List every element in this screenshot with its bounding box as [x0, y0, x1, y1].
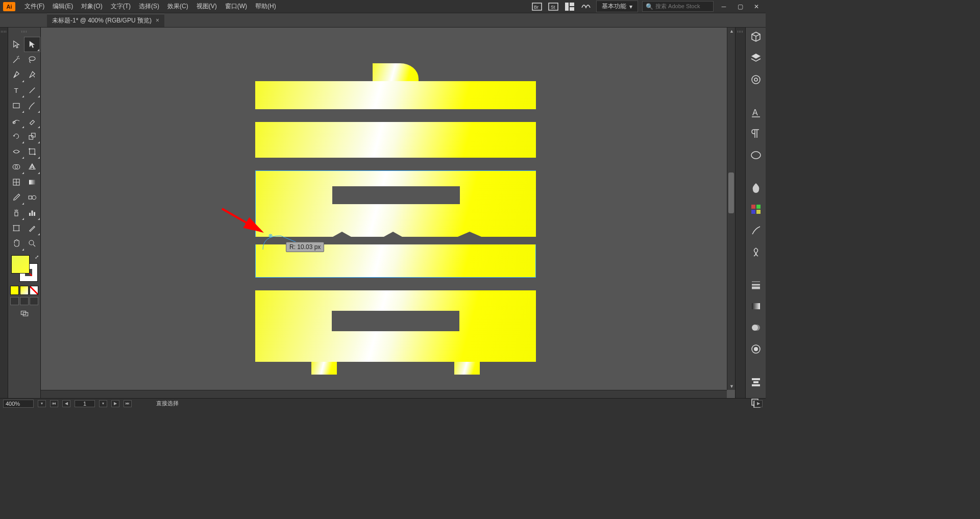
close-tab-icon[interactable]: × — [156, 17, 159, 24]
fill-stroke-swatches[interactable]: ⤢ — [10, 254, 39, 283]
free-transform-tool[interactable] — [24, 144, 41, 159]
right-dock-grip-icon[interactable] — [738, 31, 744, 33]
type-tool[interactable]: T — [8, 83, 24, 98]
last-artboard-icon[interactable]: ⏭ — [124, 400, 132, 407]
appearance-icon[interactable] — [750, 343, 762, 355]
rotate-tool[interactable] — [8, 129, 24, 144]
magic-wand-tool[interactable] — [8, 52, 24, 67]
symbol-sprayer-tool[interactable] — [8, 205, 24, 220]
opentype-icon[interactable] — [750, 149, 762, 161]
menu-object[interactable]: 对象(O) — [77, 2, 106, 11]
svg-line-9 — [30, 88, 35, 93]
color-mode-gradient[interactable] — [20, 286, 29, 295]
paintbrush-tool[interactable] — [24, 98, 41, 113]
rectangle-tool[interactable] — [8, 98, 24, 113]
window-minimize-icon[interactable]: ─ — [718, 2, 730, 12]
color-icon[interactable] — [750, 182, 762, 194]
horizontal-scrollbar[interactable] — [41, 390, 727, 398]
draw-normal[interactable] — [10, 297, 19, 305]
gpu-icon[interactable] — [580, 2, 592, 12]
first-artboard-icon[interactable]: ⏮ — [50, 400, 58, 407]
menu-help[interactable]: 帮助(H) — [251, 2, 280, 11]
curvature-tool[interactable] — [24, 67, 41, 83]
vertical-scrollbar[interactable]: ▲ ▼ — [727, 28, 735, 390]
draw-behind[interactable] — [20, 297, 29, 305]
line-segment-tool[interactable] — [24, 83, 41, 98]
menu-file[interactable]: 文件(F) — [20, 2, 48, 11]
eyedropper-tool[interactable] — [8, 190, 24, 205]
stock-icon[interactable]: St — [547, 2, 559, 12]
eraser-tool[interactable] — [24, 113, 41, 129]
column-graph-tool[interactable] — [24, 205, 41, 220]
right-panel-strip: A — [745, 28, 766, 398]
hand-tool[interactable] — [8, 236, 24, 251]
fill-swatch[interactable] — [11, 255, 30, 274]
svg-point-35 — [752, 76, 760, 84]
menu-effect[interactable]: 效果(C) — [163, 2, 192, 11]
shaper-tool[interactable] — [8, 113, 24, 129]
dock-grip-icon[interactable] — [1, 31, 7, 33]
width-tool[interactable] — [8, 144, 24, 159]
gradient-icon[interactable] — [750, 300, 762, 312]
pen-tool[interactable] — [8, 67, 24, 83]
next-artboard-icon[interactable]: ▶ — [111, 400, 119, 407]
blend-tool[interactable] — [24, 190, 41, 205]
svg-rect-6 — [570, 7, 574, 11]
character-icon[interactable]: A — [750, 106, 762, 118]
slice-tool[interactable] — [24, 220, 41, 236]
document-tab[interactable]: 未标题-1* @ 400% (RGB/GPU 预览) × — [47, 14, 164, 27]
symbols-icon[interactable] — [750, 246, 762, 258]
app-logo: Ai — [3, 2, 15, 11]
svg-text:Br: Br — [534, 5, 538, 10]
svg-rect-13 — [32, 133, 36, 137]
zoom-level[interactable]: 400% — [3, 400, 34, 408]
shape-builder-tool[interactable] — [8, 159, 24, 175]
scroll-up-icon[interactable]: ▲ — [729, 29, 734, 34]
zoom-tool[interactable] — [24, 236, 41, 251]
draw-inside[interactable] — [30, 297, 38, 305]
color-mode-solid[interactable] — [10, 286, 19, 295]
lasso-tool[interactable] — [24, 52, 41, 67]
svg-point-51 — [754, 347, 758, 351]
artboard-number[interactable]: 1 — [75, 400, 95, 407]
canvas[interactable]: R: 10.03 px ▲ ▼ — [41, 28, 735, 398]
menu-type[interactable]: 文字(T) — [107, 2, 135, 11]
stroke-icon[interactable] — [750, 279, 762, 291]
scroll-thumb[interactable] — [728, 172, 734, 213]
color-mode-none[interactable] — [30, 286, 38, 295]
screen-mode-icon[interactable] — [17, 309, 32, 318]
window-maximize-icon[interactable]: ▢ — [734, 2, 746, 12]
gradient-tool[interactable] — [24, 175, 41, 190]
zoom-dropdown-icon[interactable]: ▾ — [38, 400, 46, 407]
stock-search[interactable]: 🔍 搜索 Adobe Stock — [642, 1, 714, 12]
swap-fill-stroke-icon[interactable]: ⤢ — [35, 254, 39, 260]
menu-window[interactable]: 窗口(W) — [221, 2, 251, 11]
artboard-dropdown-icon[interactable]: ▾ — [99, 400, 107, 407]
transparency-icon[interactable] — [750, 322, 762, 334]
prev-artboard-icon[interactable]: ◀ — [62, 400, 70, 407]
menu-view[interactable]: 视图(V) — [192, 2, 221, 11]
workspace-switcher[interactable]: 基本功能 ▾ — [596, 1, 638, 12]
cc-libraries-icon[interactable] — [750, 73, 762, 86]
scale-tool[interactable] — [24, 129, 41, 144]
svg-rect-12 — [29, 136, 33, 140]
status-menu-icon[interactable]: ▶ — [754, 400, 763, 407]
mesh-tool[interactable] — [8, 175, 24, 190]
menu-edit[interactable]: 编辑(E) — [48, 2, 77, 11]
menu-select[interactable]: 选择(S) — [135, 2, 163, 11]
swatches-icon[interactable] — [750, 203, 762, 215]
artboard-tool[interactable] — [8, 220, 24, 236]
3d-icon[interactable] — [750, 31, 762, 43]
toolbox-grip-icon[interactable] — [21, 31, 28, 33]
window-close-icon[interactable]: ✕ — [750, 2, 763, 12]
paragraph-icon[interactable] — [750, 128, 762, 140]
layers-icon[interactable] — [750, 52, 762, 64]
perspective-grid-tool[interactable] — [24, 159, 41, 175]
bridge-icon[interactable]: Br — [531, 2, 543, 12]
selection-tool[interactable] — [8, 37, 24, 52]
direct-selection-tool[interactable] — [24, 37, 40, 52]
arrange-documents-icon[interactable] — [564, 2, 576, 12]
align-icon[interactable] — [750, 376, 762, 388]
brushes-icon[interactable] — [750, 225, 762, 237]
scroll-down-icon[interactable]: ▼ — [729, 384, 734, 389]
